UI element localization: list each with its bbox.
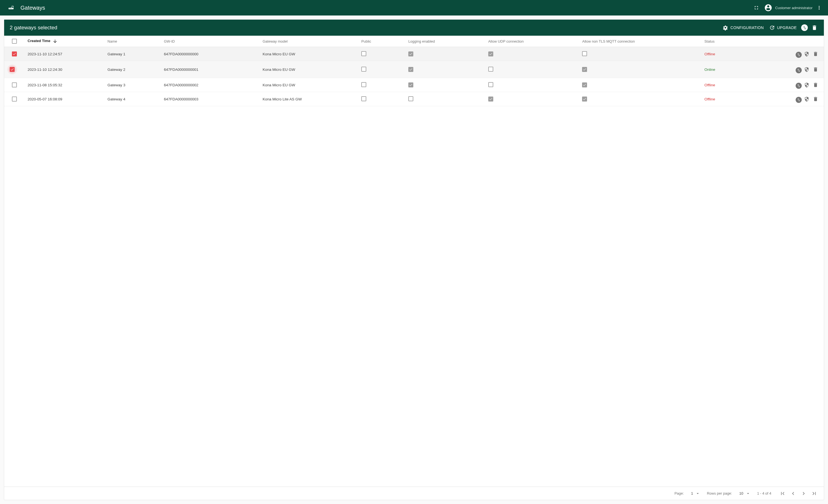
cell-status: Offline [702, 78, 758, 92]
configuration-label: CONFIGURATION [730, 26, 763, 30]
checkbox[interactable] [12, 82, 17, 87]
appbar: Gateways Customer administrator [0, 0, 828, 15]
gear-icon [722, 25, 728, 31]
checkbox[interactable] [488, 67, 493, 72]
col-tls[interactable]: Allow non TLS MQTT connection [579, 36, 702, 47]
next-page-button[interactable] [799, 489, 809, 498]
table-row[interactable]: 2020-05-07 16:08:09Gateway 4647FDA000000… [4, 92, 824, 106]
col-status[interactable]: Status [702, 36, 758, 47]
cell-created: 2023-11-10 12:24:30 [25, 61, 105, 78]
row-swap-button[interactable] [796, 83, 802, 89]
upgrade-label: UPGRADE [777, 26, 797, 30]
delete-icon [812, 25, 818, 31]
user-role-label: Customer administrator [775, 6, 813, 10]
row-swap-button[interactable] [796, 52, 802, 58]
row-swap-button[interactable] [796, 67, 802, 73]
more-vert-button[interactable] [814, 2, 825, 13]
checkbox[interactable] [408, 67, 413, 72]
row-shield-button[interactable] [803, 50, 811, 58]
bulk-delete-button[interactable] [810, 23, 819, 33]
col-model[interactable]: Gateway model [260, 36, 359, 47]
cell-name: Gateway 3 [105, 78, 161, 92]
checkbox[interactable] [408, 82, 413, 87]
checkbox[interactable] [582, 96, 587, 101]
row-delete-button[interactable] [812, 81, 819, 89]
col-gwid[interactable]: GW-ID [161, 36, 260, 47]
checkbox[interactable] [361, 96, 366, 101]
cell-created: 2023-11-08 15:05:32 [25, 78, 105, 92]
select-all-checkbox[interactable] [12, 39, 17, 44]
caret-down-icon [695, 491, 700, 496]
table-row[interactable]: 2023-11-10 12:24:57Gateway 1647FDA000000… [4, 47, 824, 61]
cell-gwid: 647FDA0000000002 [161, 78, 260, 92]
configuration-button[interactable]: CONFIGURATION [720, 23, 766, 32]
cell-tls [579, 92, 702, 106]
checkbox[interactable] [408, 51, 413, 56]
cell-udp [486, 78, 580, 92]
checkbox[interactable] [361, 67, 366, 72]
row-shield-button[interactable] [803, 95, 811, 103]
checkbox[interactable] [582, 51, 587, 56]
update-icon [769, 25, 775, 31]
checkbox[interactable] [10, 67, 15, 72]
page-title: Gateways [20, 5, 45, 11]
checkbox[interactable] [582, 82, 587, 87]
user-menu[interactable]: Customer administrator [764, 4, 813, 12]
swap-button[interactable] [799, 23, 810, 33]
row-swap-button[interactable] [796, 97, 802, 103]
upgrade-button[interactable]: UPGRADE [767, 23, 799, 32]
checkbox[interactable] [488, 51, 493, 56]
cell-name: Gateway 2 [105, 61, 161, 78]
cell-name: Gateway 1 [105, 47, 161, 61]
row-delete-button[interactable] [812, 95, 819, 103]
cell-gwid: 647FDA0000000000 [161, 47, 260, 61]
col-udp[interactable]: Allow UDP connection [486, 36, 580, 47]
col-logging[interactable]: Logging enabled [406, 36, 486, 47]
rows-per-page-picker[interactable]: Rows per page: 10 [707, 491, 750, 496]
swap-vert-icon [802, 26, 807, 30]
cell-gwid: 647FDA0000000001 [161, 61, 260, 78]
page-picker[interactable]: Page: 1 [674, 491, 700, 496]
checkbox[interactable] [12, 96, 17, 101]
cell-logging [406, 78, 486, 92]
table-row[interactable]: 2023-11-08 15:05:32Gateway 3647FDA000000… [4, 78, 824, 92]
checkbox[interactable] [488, 82, 493, 87]
row-shield-button[interactable] [803, 81, 811, 89]
row-delete-button[interactable] [812, 50, 819, 58]
cell-public [359, 78, 406, 92]
table-row[interactable]: 2023-11-10 12:24:30Gateway 2647FDA000000… [4, 61, 824, 78]
row-delete-button[interactable] [812, 66, 819, 73]
cell-tls [579, 78, 702, 92]
cell-logging [406, 92, 486, 106]
cell-model: Kona Micro EU GW [260, 61, 359, 78]
page-range: 1 - 4 of 4 [757, 491, 771, 495]
cell-udp [486, 92, 580, 106]
prev-page-button[interactable] [788, 489, 798, 498]
first-page-button[interactable] [778, 489, 787, 498]
cell-tls [579, 61, 702, 78]
col-created-time[interactable]: Created Time [25, 36, 105, 47]
cell-status: Offline [702, 47, 758, 61]
cell-created: 2023-11-10 12:24:57 [25, 47, 105, 61]
cell-gwid: 647FDA0000000003 [161, 92, 260, 106]
checkbox[interactable] [12, 51, 17, 56]
cell-logging [406, 61, 486, 78]
cell-name: Gateway 4 [105, 92, 161, 106]
cell-public [359, 47, 406, 61]
checkbox[interactable] [488, 96, 493, 101]
select-all-header[interactable] [4, 36, 25, 47]
checkbox[interactable] [582, 67, 587, 72]
cell-model: Kona Micro EU GW [260, 78, 359, 92]
checkbox[interactable] [361, 82, 366, 87]
cell-tls [579, 47, 702, 61]
col-public[interactable]: Public [359, 36, 406, 47]
last-page-button[interactable] [810, 489, 819, 498]
col-name[interactable]: Name [105, 36, 161, 47]
checkbox[interactable] [361, 51, 366, 56]
caret-down-icon [746, 491, 750, 496]
cell-logging [406, 47, 486, 61]
cell-model: Kona Micro EU GW [260, 47, 359, 61]
row-shield-button[interactable] [803, 66, 811, 73]
checkbox[interactable] [408, 96, 413, 101]
fullscreen-button[interactable] [751, 2, 762, 13]
